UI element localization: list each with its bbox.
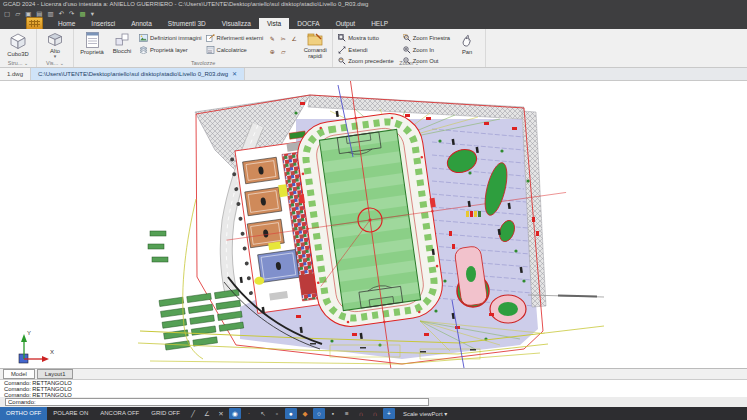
cubo3d-button[interactable]: Cubo3D (3, 30, 33, 59)
print-icon[interactable]: ▥ (47, 10, 53, 18)
anchor-toggle[interactable]: ANCORA OFF (94, 407, 145, 420)
riferimenti-esterni-button[interactable]: Riferimenti esterni (206, 34, 264, 42)
tab-docfa[interactable]: DOCFA (289, 18, 327, 29)
blocchi-button[interactable]: Blocchi (107, 30, 137, 59)
viewport-scale-button[interactable]: Scale viewPort ▾ (403, 410, 447, 417)
ucs-icon: Y X (19, 330, 54, 363)
tab-inserisci[interactable]: Inserisci (83, 18, 123, 29)
title-bar: GCAD 2024 - Licenza d'uso intestata a: A… (0, 0, 747, 9)
estendi-button[interactable]: Estendi (338, 46, 393, 54)
site-plan (138, 81, 604, 368)
zoom-column-1: Mostra tutto Estendi Zoom precedente (338, 34, 393, 59)
otrack-icon[interactable]: ◉ (229, 408, 241, 419)
workspace-icon[interactable]: ≡ (341, 408, 353, 419)
quick-access-toolbar: ▢ ▱ ▣ ▤ ▥ ↶ ↷ ▩ ▾ (0, 9, 747, 18)
panel-zoom: Mostra tutto Estendi Zoom precedente Zoo… (333, 29, 486, 67)
proprieta-label: Proprietà (80, 49, 104, 55)
ribbon-empty-space (486, 29, 747, 67)
tavolozze-column-2: Riferimenti esterni Calcolatrice (206, 30, 264, 59)
panel-launcher-icon[interactable]: ⌄ (60, 60, 64, 66)
blocchi-label: Blocchi (113, 48, 132, 54)
panel-viste: Alto ▾ Vis... ⌄ (37, 29, 74, 67)
definizioni-immagini-button[interactable]: Definizioni immagini (139, 34, 202, 42)
close-tab-icon[interactable]: ✕ (232, 68, 237, 80)
ribbon-tab-bar: Home Inserisci Annota Strumenti 3D Visua… (0, 18, 747, 29)
scissors-icon[interactable]: ✂ (278, 35, 288, 47)
ortho-toggle[interactable]: ORTHO OFF (0, 407, 47, 420)
open-file-icon[interactable]: ▱ (15, 10, 20, 18)
magnet-lock-icon[interactable]: ∩ (369, 408, 381, 419)
comandi-rapidi-label: Comandi rapidi (301, 47, 329, 59)
polar-tracking-icon[interactable]: ∠ (201, 408, 213, 419)
drawing-canvas[interactable]: Y X (0, 81, 747, 368)
status-bar: ORTHO OFF POLARE ON ANCORA OFF GRID OFF … (0, 407, 747, 420)
calcolatrice-button[interactable]: Calcolatrice (206, 46, 264, 54)
selection-cycling-icon[interactable]: ○ (313, 408, 325, 419)
proprieta-layer-button[interactable]: Proprietà layer (139, 46, 202, 54)
zoom-extents-icon (338, 46, 346, 54)
tab-strumenti-3d[interactable]: Strumenti 3D (160, 18, 214, 29)
alto-dropdown-icon[interactable]: ▾ (54, 54, 57, 58)
panel-launcher-icon[interactable]: ⌄ (415, 60, 419, 66)
zoom-columns: Mostra tutto Estendi Zoom precedente Zoo… (336, 30, 452, 59)
pan-label: Pan (462, 49, 472, 55)
polar-toggle[interactable]: POLARE ON (47, 407, 94, 420)
selection-cursor-icon[interactable]: ↖ (257, 408, 269, 419)
draft-tools-cluster: ✎ ✂ ∠ ⊕ ▱ (267, 30, 299, 59)
lineweight-icon[interactable]: ▫ (271, 408, 283, 419)
target-icon[interactable]: ⊕ (267, 48, 277, 60)
tab-home[interactable]: Home (50, 18, 83, 29)
hedge-left (148, 231, 168, 262)
drawing-viewport: Y X (0, 81, 747, 368)
render-icon[interactable]: ▩ (80, 10, 86, 18)
pencil-icon[interactable]: ✎ (267, 35, 277, 47)
qat-dropdown-icon[interactable]: ▾ (91, 10, 94, 18)
pan-hand-icon (460, 32, 474, 48)
zoom-in-button[interactable]: Zoom In (403, 46, 450, 54)
command-history: Comando: RETTANGOLO Comando: RETTANGOLO … (0, 379, 747, 397)
tab-model[interactable]: Model (3, 369, 35, 380)
tab-vista[interactable]: Vista (259, 18, 289, 29)
mostra-tutto-button[interactable]: Mostra tutto (338, 34, 393, 42)
panel-label-viste: Vis... ⌄ (37, 59, 73, 67)
pan-button[interactable]: Pan (452, 30, 482, 59)
external-reference-icon (206, 34, 215, 42)
tab-output[interactable]: Output (328, 18, 364, 29)
panel-launcher-icon[interactable]: ⌄ (24, 60, 28, 66)
dynamic-input-icon[interactable]: · (243, 408, 255, 419)
redo-icon[interactable]: ↷ (69, 10, 74, 18)
annotation-icon[interactable]: ▪ (327, 408, 339, 419)
command-input[interactable] (5, 398, 429, 406)
window-title: GCAD 2024 - Licenza d'uso intestata a: A… (3, 1, 368, 7)
cubo3d-label: Cubo3D (7, 51, 28, 57)
proprieta-button[interactable]: Proprietà (77, 30, 107, 59)
snap-mode-icon[interactable]: ╱ (187, 408, 199, 419)
angle-icon[interactable]: ∠ (289, 35, 299, 47)
undo-icon[interactable]: ↶ (59, 10, 64, 18)
magnet-icon[interactable]: ∩ (355, 408, 367, 419)
parallelogram-icon[interactable]: ▱ (278, 48, 288, 60)
quick-properties-icon[interactable]: ◆ (299, 408, 311, 419)
file-tab-1[interactable]: 1.dwg (0, 68, 31, 80)
tab-annota[interactable]: Annota (123, 18, 160, 29)
alto-view-button[interactable]: Alto ▾ (40, 30, 70, 59)
tab-layout1[interactable]: Layout1 (37, 369, 74, 380)
zoom-finestra-button[interactable]: Zoom Finestra (403, 34, 450, 42)
quick-commands-icon (307, 32, 323, 46)
blocks-icon (115, 32, 129, 47)
zoom-in-icon (403, 46, 411, 54)
app-logo-icon (29, 20, 40, 27)
grid-toggle[interactable]: GRID OFF (145, 407, 186, 420)
new-file-icon[interactable]: ▢ (4, 10, 10, 18)
comandi-rapidi-button[interactable]: Comandi rapidi (301, 30, 329, 59)
crosshair-icon[interactable]: + (383, 408, 395, 419)
zoom-all-icon (338, 34, 346, 42)
tab-help[interactable]: HELP (363, 18, 396, 29)
file-tab-active[interactable]: C:\Users\UTENTE\Desktop\aniello\sul disk… (31, 68, 245, 80)
ucs-x-label: X (50, 349, 54, 355)
osnap-icon[interactable]: ✕ (215, 408, 227, 419)
tab-visualizza[interactable]: Visualizza (214, 18, 259, 29)
ribbon: Cubo3D Stru... ⌄ Alto ▾ Vis... ⌄ (0, 29, 747, 68)
properties-palette-icon (86, 32, 99, 48)
transparency-icon[interactable]: ● (285, 408, 297, 419)
